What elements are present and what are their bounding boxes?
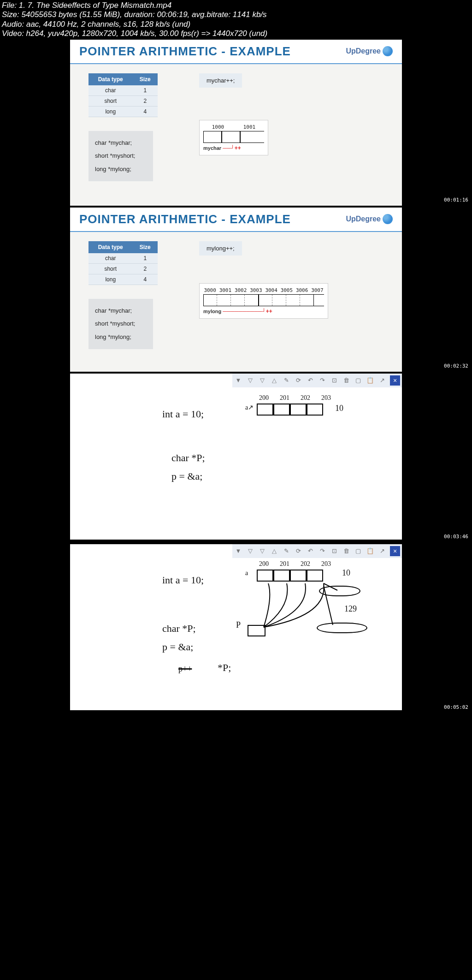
whiteboard-2: ▼ ▽ ▽ △ ✎ ⟳ ↶ ↷ ⊡ 🗑 ▢ 📋 ↗ × int a = 10; … (0, 542, 472, 713)
type-size-table: Data type Size char1 short2 long4 (88, 73, 158, 117)
crop-icon[interactable]: ⊡ (330, 376, 338, 385)
pencil-icon[interactable]: ✎ (282, 376, 290, 385)
copy-icon[interactable]: 📋 (366, 376, 374, 385)
value-10: 10 (342, 568, 350, 578)
brand-icon (383, 214, 393, 224)
memory-cells (257, 404, 323, 416)
brand-name: UpDegree (346, 215, 381, 223)
pen-outline-icon[interactable]: ▽ (246, 376, 254, 385)
file-info-block: File: 1. 7. The Sideeffects of Type Mism… (0, 0, 472, 40)
slide-title: POINTER ARITHMETIC - EXAMPLE (79, 212, 291, 226)
share-icon[interactable]: ↗ (378, 547, 386, 555)
undo-icon[interactable]: ↶ (306, 376, 314, 385)
undo-icon[interactable]: ↶ (306, 547, 314, 555)
expression-box: mylong++; (199, 241, 242, 255)
timestamp: 00:05:02 (442, 703, 470, 711)
close-button[interactable]: × (390, 375, 400, 386)
code-block: char *mychar; short *myshort; long *mylo… (88, 131, 153, 182)
th-type: Data type (88, 241, 132, 253)
th-type: Data type (88, 73, 132, 85)
increment-arrow: ──┘++ (223, 145, 241, 151)
eraser-icon[interactable]: △ (270, 547, 278, 555)
th-size: Size (132, 241, 158, 253)
pen-outline2-icon[interactable]: ▽ (258, 376, 266, 385)
timestamp: 00:02:32 (442, 362, 470, 370)
code-line-4: *P; (218, 662, 231, 674)
struck-code: p++ (178, 664, 192, 674)
type-size-table: Data type Size char1 short2 long4 (88, 241, 158, 285)
brand-logo: UpDegree (346, 214, 393, 224)
save-icon[interactable]: ▢ (354, 547, 362, 555)
trash-icon[interactable]: 🗑 (342, 376, 350, 385)
brand-logo: UpDegree (346, 46, 393, 56)
p-value-box: 200 (248, 625, 266, 636)
slide-title: POINTER ARITHMETIC - EXAMPLE (79, 44, 291, 59)
th-size: Size (132, 73, 158, 85)
pen-fill-icon[interactable]: ▼ (234, 547, 242, 555)
whiteboard-toolbar: ▼ ▽ ▽ △ ✎ ⟳ ↶ ↷ ⊡ 🗑 ▢ 📋 ↗ × (232, 544, 402, 558)
file-audio-line: Audio: aac, 44100 Hz, 2 channels, s16, 1… (2, 20, 470, 29)
var-a-label: a↗ (245, 404, 254, 411)
expression-box: mychar++; (199, 73, 242, 88)
file-size-line: Size: 54055653 bytes (51.55 MiB), durati… (2, 10, 470, 19)
whiteboard-1: ▼ ▽ ▽ △ ✎ ⟳ ↶ ↷ ⊡ 🗑 ▢ 📋 ↗ × int a = 10; … (0, 372, 472, 542)
redo-icon[interactable]: ↷ (318, 376, 326, 385)
file-name-line: File: 1. 7. The Sideeffects of Type Mism… (2, 1, 470, 10)
brand-icon (383, 46, 393, 56)
whiteboard-toolbar: ▼ ▽ ▽ △ ✎ ⟳ ↶ ↷ ⊡ 🗑 ▢ 📋 ↗ × (232, 374, 402, 387)
pen-outline2-icon[interactable]: ▽ (258, 547, 266, 555)
binary-box-1: 0000 1010 (319, 586, 360, 596)
code-line-1: int a = 10; (162, 574, 204, 586)
binary-box-2: 0000 0000 (317, 623, 367, 633)
code-line-2: char *P; (162, 623, 196, 635)
close-button[interactable]: × (390, 546, 400, 556)
p-label: P (236, 620, 241, 630)
lasso-icon[interactable]: ⟳ (294, 547, 302, 555)
pen-fill-icon[interactable]: ▼ (234, 376, 242, 385)
code-line-3: p = &a; (162, 641, 193, 653)
redo-icon[interactable]: ↷ (318, 547, 326, 555)
lasso-icon[interactable]: ⟳ (294, 376, 302, 385)
save-icon[interactable]: ▢ (354, 376, 362, 385)
pen-outline-icon[interactable]: ▽ (246, 547, 254, 555)
increment-arrow: ──────────┘++ (223, 308, 272, 315)
timestamp: 00:01:16 (442, 196, 470, 204)
value-129: 129 (344, 604, 357, 614)
share-icon[interactable]: ↗ (378, 376, 386, 385)
slide-2: POINTER ARITHMETIC - EXAMPLE UpDegree Da… (0, 206, 472, 372)
code-line-3: p = &a; (171, 470, 202, 482)
memory-diagram: 1000 1001 mychar ──┘++ (199, 120, 268, 155)
timestamp: 00:03:46 (442, 533, 470, 540)
file-video-line: Video: h264, yuv420p, 1280x720, 1004 kb/… (2, 29, 470, 38)
brand-name: UpDegree (346, 47, 381, 55)
copy-icon[interactable]: 📋 (366, 547, 374, 555)
value-10: 10 (335, 404, 343, 413)
pencil-icon[interactable]: ✎ (282, 547, 290, 555)
trash-icon[interactable]: 🗑 (342, 547, 350, 555)
crop-icon[interactable]: ⊡ (330, 547, 338, 555)
code-line-1: int a = 10; (162, 408, 204, 420)
memory-cells (257, 570, 323, 582)
eraser-icon[interactable]: △ (270, 376, 278, 385)
code-line-2: char *P; (171, 452, 205, 464)
slide-1: POINTER ARITHMETIC - EXAMPLE UpDegree Da… (0, 40, 472, 206)
code-block: char *mychar; short *myshort; long *mylo… (88, 299, 153, 350)
memory-diagram: 3000 3001 3002 3003 3004 3005 3006 3007 (199, 283, 328, 319)
var-a-label: a (245, 570, 248, 577)
